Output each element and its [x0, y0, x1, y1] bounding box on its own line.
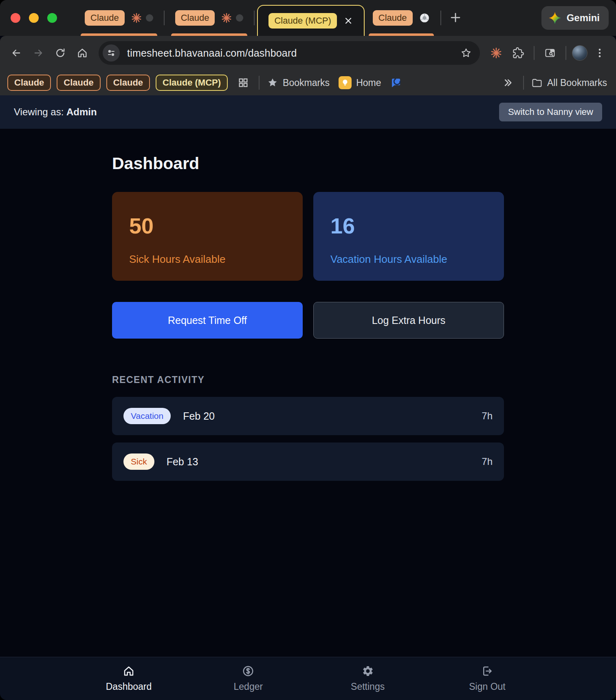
- profile-avatar[interactable]: [572, 45, 587, 61]
- close-window-button[interactable]: [11, 13, 20, 23]
- tab-group-claude-3[interactable]: Claude: [106, 75, 150, 91]
- page-title: Dashboard: [112, 154, 504, 173]
- main-content: Dashboard 50 Sick Hours Available 16 Vac…: [0, 129, 616, 657]
- lightbulb-icon: [339, 76, 352, 89]
- tab-group-claude-1[interactable]: Claude: [7, 75, 51, 91]
- nav-label: Dashboard: [106, 681, 152, 692]
- bookmark-label: Home: [356, 77, 381, 88]
- viewing-prefix: Viewing as:: [14, 106, 64, 117]
- activity-row-vacation[interactable]: Vacation Feb 20 7h: [112, 397, 504, 435]
- bottom-navigation: Dashboard Ledger Settings: [0, 657, 616, 700]
- activity-date: Feb 20: [183, 410, 215, 422]
- toolbar: timesheet.bhavanaai.com/dashboard: [0, 36, 616, 70]
- activity-hours: 7h: [482, 410, 493, 422]
- vacation-hours-value: 16: [330, 213, 487, 238]
- gemini-label: Gemini: [567, 12, 600, 24]
- recent-activity-heading: RECENT ACTIVITY: [112, 374, 504, 385]
- gemini-button[interactable]: Gemini: [541, 6, 609, 30]
- home-button[interactable]: [73, 43, 92, 63]
- action-buttons: Request Time Off Log Extra Hours: [112, 302, 504, 339]
- three-dot-menu-icon: [594, 47, 605, 59]
- minimize-window-button[interactable]: [29, 13, 39, 23]
- claude-extension-button[interactable]: [486, 43, 506, 63]
- plus-icon: [449, 11, 462, 24]
- log-extra-hours-button[interactable]: Log Extra Hours: [313, 302, 504, 339]
- claude-starburst-icon: [221, 13, 232, 23]
- gear-icon: [362, 665, 374, 677]
- nav-dashboard[interactable]: Dashboard: [92, 665, 165, 692]
- bookmarks-separator: [523, 76, 524, 90]
- back-arrow-icon: [11, 47, 22, 59]
- bookmark-label: Bookmarks: [283, 77, 330, 88]
- tab-group-chip: Claude: [85, 10, 125, 26]
- close-tab-icon[interactable]: [343, 16, 353, 26]
- forward-arrow-icon: [33, 47, 44, 59]
- activity-row-sick[interactable]: Sick Feb 13 7h: [112, 442, 504, 481]
- site-settings-button[interactable]: [103, 44, 120, 62]
- window-controls: [11, 13, 57, 23]
- nav-ledger[interactable]: Ledger: [211, 665, 285, 692]
- browser-window: Claude Claude Cl: [0, 0, 616, 700]
- collapsed-favicon: [146, 14, 153, 22]
- sick-hours-card: 50 Sick Hours Available: [112, 192, 303, 281]
- extensions-button[interactable]: [508, 43, 528, 63]
- reload-button[interactable]: [51, 43, 70, 63]
- tab-separator: [440, 11, 441, 25]
- bookmarks-overflow-button[interactable]: [498, 73, 517, 92]
- url-text[interactable]: timesheet.bhavanaai.com/dashboard: [127, 47, 297, 59]
- back-button[interactable]: [7, 43, 26, 63]
- viewing-role: Admin: [66, 106, 97, 117]
- vacation-hours-card: 16 Vacation Hours Available: [313, 192, 504, 281]
- tab-claude-2[interactable]: Claude: [167, 0, 252, 36]
- reload-icon: [55, 47, 66, 59]
- home-icon: [123, 665, 135, 677]
- tab-group-claude-2[interactable]: Claude: [57, 75, 100, 91]
- blue-chat-icon: [390, 77, 402, 89]
- address-bar[interactable]: timesheet.bhavanaai.com/dashboard: [99, 41, 480, 65]
- zoom-window-button[interactable]: [47, 13, 57, 23]
- nav-sign-out[interactable]: Sign Out: [451, 665, 524, 692]
- request-time-off-button[interactable]: Request Time Off: [112, 302, 303, 339]
- all-bookmarks-label: All Bookmarks: [547, 77, 607, 88]
- bookmarks-bar: Claude Claude Claude Claude (MCP) Bookma…: [0, 70, 616, 95]
- browser-menu-button[interactable]: [590, 43, 609, 63]
- side-panel-search-icon: [544, 47, 556, 59]
- nav-label: Settings: [351, 681, 385, 692]
- tab-separator: [254, 11, 255, 25]
- nav-label: Ledger: [234, 681, 263, 692]
- sick-hours-value: 50: [129, 213, 286, 238]
- bookmarks-separator: [259, 76, 260, 90]
- dollar-circle-icon: [242, 665, 254, 677]
- nav-label: Sign Out: [469, 681, 506, 692]
- nav-settings[interactable]: Settings: [331, 665, 405, 692]
- bookmark-bookmarks-folder[interactable]: Bookmarks: [265, 77, 331, 88]
- bookmark-chat-app[interactable]: [388, 77, 404, 89]
- tab-groups-button[interactable]: [233, 73, 253, 92]
- chrome-favicon-icon: [419, 13, 430, 23]
- switch-view-button[interactable]: Switch to Nanny view: [499, 103, 602, 121]
- tab-group-claude-mcp[interactable]: Claude (MCP): [156, 75, 228, 91]
- tab-claude-mcp-active[interactable]: Claude (MCP): [257, 5, 364, 36]
- viewing-as-text: Viewing as: Admin: [14, 106, 97, 118]
- sign-out-icon: [481, 665, 493, 677]
- sick-hours-label: Sick Hours Available: [129, 253, 286, 266]
- tab-claude-3[interactable]: Claude: [365, 0, 438, 36]
- home-icon: [77, 47, 88, 59]
- bookmark-home[interactable]: Home: [337, 76, 383, 89]
- forward-button[interactable]: [29, 43, 48, 63]
- bookmark-star-icon[interactable]: [460, 47, 472, 59]
- activity-date: Feb 13: [167, 456, 198, 468]
- vacation-hours-label: Vacation Hours Available: [330, 253, 487, 266]
- activity-hours: 7h: [482, 456, 493, 467]
- puzzle-icon: [513, 47, 524, 59]
- folder-icon: [531, 77, 543, 88]
- new-tab-button[interactable]: [444, 8, 467, 28]
- tune-icon: [106, 48, 116, 58]
- tab-strip: Claude Claude Cl: [0, 0, 616, 36]
- tab-claude-1[interactable]: Claude: [77, 0, 161, 36]
- tab-separator: [164, 11, 165, 25]
- all-bookmarks-button[interactable]: All Bookmarks: [530, 77, 609, 88]
- search-tabs-button[interactable]: [540, 43, 560, 63]
- claude-starburst-icon: [131, 13, 142, 23]
- collapsed-favicon: [236, 14, 243, 22]
